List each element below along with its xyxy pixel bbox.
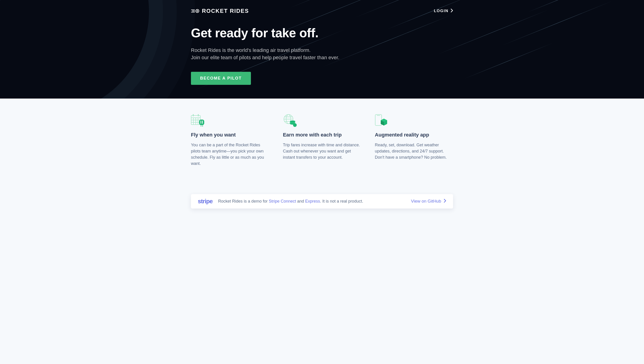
hero-title: Get ready for take off. <box>191 26 453 40</box>
brand[interactable]: ROCKET RIDES <box>191 8 249 14</box>
feature-title: Earn more with each trip <box>283 132 361 138</box>
view-github-link[interactable]: View on GitHub <box>411 199 446 204</box>
feature-body: Trip fares increase with time and distan… <box>283 142 361 160</box>
hero-subtitle-line2: Join our elite team of pilots and help p… <box>191 55 339 60</box>
svg-rect-14 <box>199 120 204 125</box>
feature-app: Augmented reality app Ready, set, downlo… <box>375 114 453 167</box>
chevron-right-icon <box>444 199 446 204</box>
chevron-right-icon <box>451 9 453 14</box>
stripe-logo: stripe <box>198 198 213 205</box>
svg-rect-16 <box>202 120 203 124</box>
svg-point-25 <box>293 123 297 127</box>
brand-name: ROCKET RIDES <box>202 8 249 14</box>
svg-rect-15 <box>200 120 201 124</box>
rocket-icon <box>191 8 199 14</box>
stripe-connect-link[interactable]: Stripe Connect <box>269 199 296 204</box>
view-github-label: View on GitHub <box>411 199 441 204</box>
stripe-banner: stripe Rocket Rides is a demo for Stripe… <box>191 194 453 208</box>
globe-coins-icon <box>283 114 361 127</box>
hero-subtitle-line1: Rocket Rides is the world's leading air … <box>191 47 311 53</box>
features-section: Fly when you want You can be a part of t… <box>0 98 644 208</box>
feature-fly: Fly when you want You can be a part of t… <box>191 114 269 167</box>
banner-text-suffix: . It is not a real product. <box>320 199 363 204</box>
svg-rect-13 <box>198 114 199 116</box>
login-link[interactable]: LOGIN <box>434 9 453 14</box>
banner-text-prefix: Rocket Rides is a demo for <box>218 199 269 204</box>
feature-title: Augmented reality app <box>375 132 453 138</box>
feature-earn: Earn more with each trip Trip fares incr… <box>283 114 361 167</box>
feature-body: Ready, set, download. Get weather update… <box>375 142 453 160</box>
express-link[interactable]: Express <box>305 199 320 204</box>
feature-title: Fly when you want <box>191 132 269 138</box>
hero-subtitle: Rocket Rides is the world's leading air … <box>191 47 453 61</box>
phone-cube-icon <box>375 114 453 127</box>
feature-body: You can be a part of the Rocket Rides pi… <box>191 142 269 167</box>
calendar-jetpack-icon <box>191 114 269 127</box>
svg-point-24 <box>290 120 295 122</box>
hero-section: ROCKET RIDES LOGIN Get ready for take of… <box>0 0 644 98</box>
become-pilot-button[interactable]: BECOME A PILOT <box>191 72 251 85</box>
banner-text-mid: and <box>296 199 305 204</box>
svg-rect-26 <box>375 114 382 126</box>
top-nav: ROCKET RIDES LOGIN <box>191 7 453 26</box>
login-label: LOGIN <box>434 9 449 13</box>
banner-text: Rocket Rides is a demo for Stripe Connec… <box>218 199 406 204</box>
svg-rect-12 <box>193 114 194 116</box>
svg-point-1 <box>197 10 198 12</box>
